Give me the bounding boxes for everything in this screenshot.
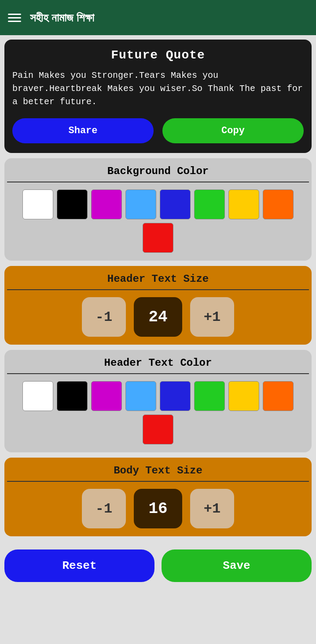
quote-card: Future Quote Pain Makes you Stronger.Tea… bbox=[4, 40, 312, 153]
bottom-buttons: Reset Save bbox=[0, 545, 316, 591]
htc-swatch-black[interactable] bbox=[57, 381, 88, 411]
menu-icon[interactable] bbox=[8, 14, 21, 22]
quote-text: Pain Makes you Stronger.Tears Makes you … bbox=[12, 69, 304, 109]
swatch-purple[interactable] bbox=[91, 189, 122, 219]
header-text-color-section: Header Text Color bbox=[4, 350, 312, 452]
swatch-blue[interactable] bbox=[160, 189, 191, 219]
body-text-size-increment[interactable]: +1 bbox=[190, 489, 234, 528]
body-text-size-decrement[interactable]: -1 bbox=[82, 489, 126, 528]
background-color-section: Background Color bbox=[4, 158, 312, 261]
swatch-sky-blue[interactable] bbox=[125, 189, 156, 219]
swatch-green[interactable] bbox=[194, 189, 225, 219]
header-text-size-title: Header Text Size bbox=[4, 266, 312, 289]
save-button[interactable]: Save bbox=[162, 549, 312, 582]
body-text-size-value: 16 bbox=[134, 489, 182, 528]
share-button[interactable]: Share bbox=[12, 118, 154, 143]
htc-swatch-blue[interactable] bbox=[160, 381, 191, 411]
htc-swatch-red[interactable] bbox=[143, 415, 173, 444]
header-text-color-body bbox=[4, 374, 312, 452]
swatch-yellow[interactable] bbox=[228, 189, 259, 219]
body-text-size-title: Body Text Size bbox=[4, 458, 312, 481]
htc-swatch-purple[interactable] bbox=[91, 381, 122, 411]
swatch-orange[interactable] bbox=[263, 189, 294, 219]
htc-swatch-orange[interactable] bbox=[263, 381, 294, 411]
main-content: Future Quote Pain Makes you Stronger.Tea… bbox=[0, 35, 316, 545]
header-text-size-decrement[interactable]: -1 bbox=[82, 297, 126, 337]
background-color-title: Background Color bbox=[4, 158, 312, 182]
quote-card-title: Future Quote bbox=[12, 48, 304, 62]
background-color-swatches bbox=[10, 189, 306, 253]
header-text-size-value: 24 bbox=[134, 297, 182, 337]
copy-button[interactable]: Copy bbox=[162, 118, 304, 143]
header-text-color-title: Header Text Color bbox=[4, 350, 312, 373]
swatch-white[interactable] bbox=[22, 189, 53, 219]
background-color-body bbox=[4, 182, 312, 261]
header-text-size-section: Header Text Size -1 24 +1 bbox=[4, 266, 312, 345]
header-text-color-swatches bbox=[10, 381, 306, 444]
htc-swatch-sky-blue[interactable] bbox=[125, 381, 156, 411]
swatch-red[interactable] bbox=[143, 223, 173, 253]
body-text-size-section: Body Text Size -1 16 +1 bbox=[4, 458, 312, 536]
app-header: সহীহ নামাজ শিক্ষা bbox=[0, 0, 316, 35]
quote-buttons: Share Copy bbox=[12, 118, 304, 143]
swatch-black[interactable] bbox=[57, 189, 88, 219]
htc-swatch-green[interactable] bbox=[194, 381, 225, 411]
htc-swatch-yellow[interactable] bbox=[228, 381, 259, 411]
header-text-size-increment[interactable]: +1 bbox=[190, 297, 234, 337]
body-text-size-body: -1 16 +1 bbox=[4, 482, 312, 536]
header-text-size-body: -1 24 +1 bbox=[4, 290, 312, 345]
app-title: সহীহ নামাজ শিক্ষা bbox=[30, 11, 94, 25]
reset-button[interactable]: Reset bbox=[4, 549, 154, 582]
header-text-size-stepper: -1 24 +1 bbox=[10, 297, 306, 337]
htc-swatch-white[interactable] bbox=[22, 381, 53, 411]
body-text-size-stepper: -1 16 +1 bbox=[10, 489, 306, 528]
